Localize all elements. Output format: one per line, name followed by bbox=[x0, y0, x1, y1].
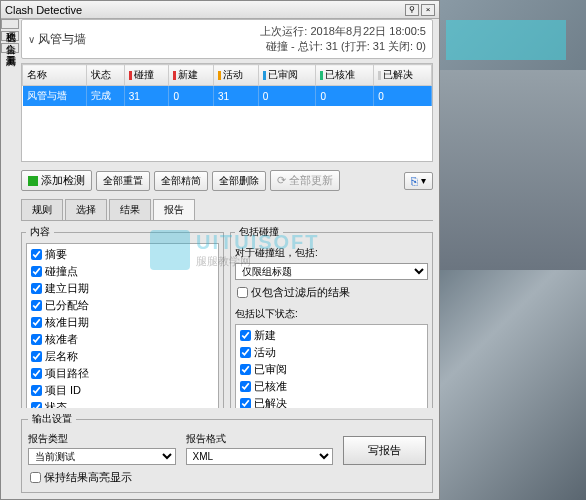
test-title: 风管与墙 bbox=[38, 32, 86, 46]
filter-only-checkbox[interactable] bbox=[237, 287, 248, 298]
dock-tab-1[interactable]: 选项栏 bbox=[1, 19, 19, 29]
list-item[interactable]: 层名称 bbox=[29, 348, 216, 365]
state-checklist[interactable]: 新建活动已审阅已核准已解决 bbox=[235, 324, 428, 408]
output-fieldset: 输出设置 报告类型 当前测试 报告格式 XML 写报告 保持结果高亮显示 bbox=[21, 412, 433, 493]
tab-select[interactable]: 选择 bbox=[65, 199, 107, 220]
export-button[interactable]: ⎘ ▾ bbox=[404, 172, 433, 190]
list-item[interactable]: 已解决 bbox=[238, 395, 425, 408]
content-checklist[interactable]: 摘要碰撞点建立日期已分配给核准日期核准者层名称项目路径项目 ID状态距离说明注释… bbox=[26, 243, 219, 408]
dock-tab-3[interactable]: 测量工具 bbox=[1, 43, 19, 53]
col-header[interactable]: 已核准 bbox=[316, 65, 374, 86]
list-item[interactable]: 核准日期 bbox=[29, 314, 216, 331]
col-header[interactable]: 名称 bbox=[23, 65, 87, 86]
dock-tab-2[interactable]: 集合 bbox=[1, 31, 19, 41]
tab-results[interactable]: 结果 bbox=[109, 199, 151, 220]
write-report-button[interactable]: 写报告 bbox=[343, 436, 426, 465]
left-dock-tabs: 选项栏 集合 测量工具 bbox=[1, 19, 17, 179]
report-type-select[interactable]: 当前测试 bbox=[28, 448, 176, 465]
list-item[interactable]: 活动 bbox=[238, 344, 425, 361]
col-header[interactable]: 已解决 bbox=[374, 65, 432, 86]
report-format-select[interactable]: XML bbox=[186, 448, 334, 465]
list-item[interactable]: 项目 ID bbox=[29, 382, 216, 399]
pin-icon[interactable]: ⚲ bbox=[405, 4, 419, 16]
titlebar: Clash Detective ⚲ × bbox=[1, 1, 439, 19]
main-tabs: 规则 选择 结果 报告 bbox=[21, 199, 433, 221]
reset-all-button[interactable]: 全部重置 bbox=[96, 171, 150, 191]
add-test-button[interactable]: 添加检测 bbox=[21, 170, 92, 191]
col-header[interactable]: 已审阅 bbox=[258, 65, 316, 86]
clash-summary: 碰撞 - 总计: 31 (打开: 31 关闭: 0) bbox=[260, 39, 426, 54]
update-all-button[interactable]: ⟳ 全部更新 bbox=[270, 170, 340, 191]
expand-icon[interactable]: ∨ 风管与墙 bbox=[28, 31, 86, 48]
list-item[interactable]: 已核准 bbox=[238, 378, 425, 395]
export-icon: ⎘ bbox=[411, 175, 418, 187]
window-title: Clash Detective bbox=[5, 4, 82, 16]
delete-all-button[interactable]: 全部删除 bbox=[212, 171, 266, 191]
simplify-all-button[interactable]: 全部精简 bbox=[154, 171, 208, 191]
plus-icon bbox=[28, 176, 38, 186]
list-item[interactable]: 已审阅 bbox=[238, 361, 425, 378]
group-include-select[interactable]: 仅限组标题 bbox=[235, 263, 428, 280]
col-header[interactable]: 状态 bbox=[86, 65, 124, 86]
col-header[interactable]: 活动 bbox=[214, 65, 259, 86]
table-row[interactable]: 风管与墙完成31031000 bbox=[23, 86, 432, 107]
last-run-time: 2018年8月22日 18:00:5 bbox=[310, 25, 426, 37]
col-header[interactable]: 碰撞 bbox=[124, 65, 169, 86]
list-item[interactable]: 碰撞点 bbox=[29, 263, 216, 280]
list-item[interactable]: 建立日期 bbox=[29, 280, 216, 297]
col-header[interactable]: 新建 bbox=[169, 65, 214, 86]
list-item[interactable]: 状态 bbox=[29, 399, 216, 408]
content-fieldset: 内容 摘要碰撞点建立日期已分配给核准日期核准者层名称项目路径项目 ID状态距离说… bbox=[21, 225, 224, 408]
keep-highlight-checkbox[interactable] bbox=[30, 472, 41, 483]
refresh-icon: ⟳ bbox=[277, 174, 286, 187]
list-item[interactable]: 摘要 bbox=[29, 246, 216, 263]
test-header: ∨ 风管与墙 上次运行: 2018年8月22日 18:00:5 碰撞 - 总计:… bbox=[21, 19, 433, 59]
list-item[interactable]: 核准者 bbox=[29, 331, 216, 348]
close-icon[interactable]: × bbox=[421, 4, 435, 16]
tab-report[interactable]: 报告 bbox=[153, 199, 195, 220]
list-item[interactable]: 已分配给 bbox=[29, 297, 216, 314]
viewport-3d[interactable] bbox=[436, 0, 586, 500]
include-fieldset: 包括碰撞 对于碰撞组，包括: 仅限组标题 仅包含过滤后的结果 包括以下状态: 新… bbox=[230, 225, 433, 408]
tests-toolbar: 添加检测 全部重置 全部精简 全部删除 ⟳ 全部更新 ⎘ ▾ bbox=[21, 166, 433, 195]
list-item[interactable]: 项目路径 bbox=[29, 365, 216, 382]
list-item[interactable]: 新建 bbox=[238, 327, 425, 344]
clash-detective-panel: Clash Detective ⚲ × 选项栏 集合 测量工具 ∨ 风管与墙 上… bbox=[0, 0, 440, 500]
tab-rules[interactable]: 规则 bbox=[21, 199, 63, 220]
tests-table: 名称状态碰撞新建活动已审阅已核准已解决 风管与墙完成31031000 bbox=[21, 63, 433, 162]
